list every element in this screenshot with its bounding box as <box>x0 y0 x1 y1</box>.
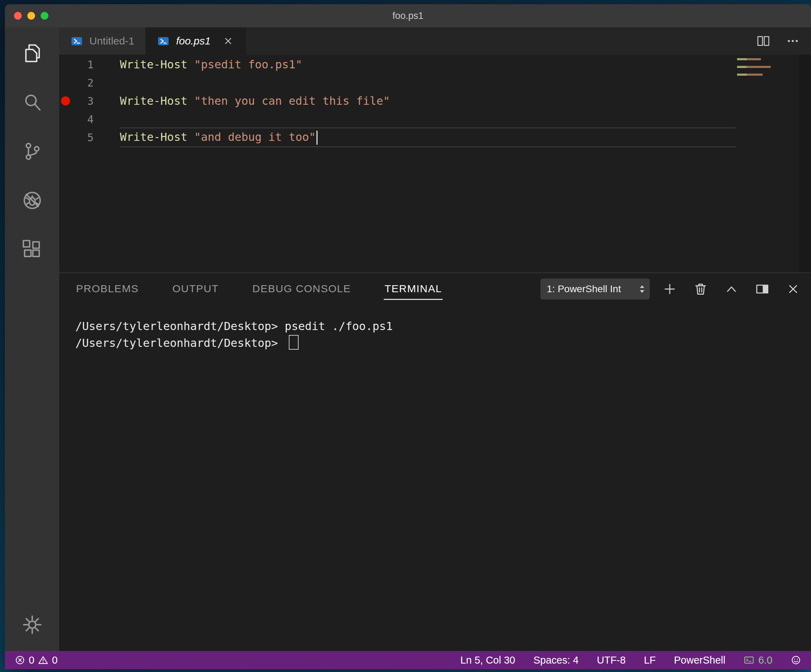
desktop-background: foo.ps1 Untitled-1foo.ps1 1Write-Host "p… <box>0 0 811 672</box>
more-actions-icon[interactable] <box>786 34 800 48</box>
zoom-window-button[interactable] <box>41 12 48 20</box>
warning-count: 0 <box>52 655 58 666</box>
gutter: 4 <box>59 113 120 125</box>
panel-header: PROBLEMSOUTPUTDEBUG CONSOLETERMINAL 1: P… <box>59 273 811 305</box>
activity-explorer[interactable] <box>5 29 59 78</box>
activity-debug[interactable] <box>5 176 59 225</box>
line-number: 5 <box>72 131 93 144</box>
terminal-cursor <box>289 335 299 350</box>
code-line-4: 4 <box>59 110 811 128</box>
split-editor-icon[interactable] <box>756 34 770 48</box>
vscode-window: foo.ps1 Untitled-1foo.ps1 1Write-Host "p… <box>5 4 811 669</box>
terminal-picker-value: 1: PowerShell Int <box>547 283 621 295</box>
code-text: Write-Host "then you can edit this file" <box>120 94 390 108</box>
terminal-prompt: /Users/tylerleonhardt/Desktop> <box>75 320 278 333</box>
activity-bar <box>5 27 59 651</box>
close-window-button[interactable] <box>14 12 22 20</box>
panel-tab-output[interactable]: OUTPUT <box>172 279 219 300</box>
activity-bar-top <box>5 29 59 274</box>
panel: PROBLEMSOUTPUTDEBUG CONSOLETERMINAL 1: P… <box>59 273 811 651</box>
language-mode[interactable]: PowerShell <box>674 655 726 666</box>
line-number: 1 <box>72 59 93 71</box>
kill-terminal-icon[interactable] <box>693 282 708 296</box>
code-text: Write-Host "and debug it too" <box>120 130 317 145</box>
status-bar-right: Ln 5, Col 30Spaces: 4UTF-8LFPowerShell 6… <box>460 655 801 666</box>
warnings-icon <box>38 655 48 665</box>
activity-settings[interactable] <box>5 606 59 644</box>
terminal-command: psedit ./foo.ps1 <box>285 320 392 333</box>
code-line-1: 1Write-Host "psedit foo.ps1" <box>59 55 811 74</box>
tab-bar: Untitled-1foo.ps1 <box>59 27 811 55</box>
tab-label: Untitled-1 <box>89 35 134 47</box>
minimize-window-button[interactable] <box>27 12 35 20</box>
error-count: 0 <box>29 655 34 666</box>
breakpoint-icon[interactable] <box>61 96 70 105</box>
line-number: 3 <box>72 95 93 107</box>
terminal[interactable]: /Users/tylerleonhardt/Desktop> psedit ./… <box>59 305 811 651</box>
new-terminal-icon[interactable] <box>662 282 677 296</box>
tab-label: foo.ps1 <box>176 35 210 47</box>
terminal-line: /Users/tylerleonhardt/Desktop> psedit ./… <box>75 318 811 335</box>
settings-icon <box>22 614 42 635</box>
code-line-5: 5Write-Host "and debug it too" <box>59 128 811 146</box>
panel-tabs: PROBLEMSOUTPUTDEBUG CONSOLETERMINAL <box>75 279 443 300</box>
tab-Untitled-1[interactable]: Untitled-1 <box>59 27 146 55</box>
panel-tab-terminal[interactable]: TERMINAL <box>384 279 443 300</box>
window-title: foo.ps1 <box>392 10 424 21</box>
activity-source-control[interactable] <box>5 127 59 176</box>
errors-icon <box>15 655 25 665</box>
line-number: 4 <box>72 113 93 125</box>
panel-tab-debug-console[interactable]: DEBUG CONSOLE <box>252 279 351 300</box>
powershell-version: 6.0 <box>758 655 772 666</box>
line-number: 2 <box>72 77 93 89</box>
code-line-3: 3Write-Host "then you can edit this file… <box>59 92 811 110</box>
cursor-position[interactable]: Ln 5, Col 30 <box>460 655 515 666</box>
editor-scrollbar[interactable] <box>799 55 811 273</box>
panel-tab-problems[interactable]: PROBLEMS <box>75 279 139 300</box>
editor-cursor <box>316 131 317 145</box>
editor-group: Untitled-1foo.ps1 1Write-Host "psedit fo… <box>59 27 811 651</box>
problems-status[interactable]: 0 0 <box>15 655 58 666</box>
workbench: Untitled-1foo.ps1 1Write-Host "psedit fo… <box>5 27 811 651</box>
powershell-file-icon <box>70 36 83 47</box>
code-text: Write-Host "psedit foo.ps1" <box>120 58 302 71</box>
search-icon <box>22 92 42 112</box>
gutter: 1 <box>59 59 120 71</box>
powershell-session[interactable]: 6.0 <box>744 655 772 666</box>
source-control-icon <box>22 141 42 161</box>
tab-foo.ps1[interactable]: foo.ps1 <box>146 27 246 55</box>
encoding[interactable]: UTF-8 <box>597 655 626 666</box>
editor[interactable]: 1Write-Host "psedit foo.ps1"23Write-Host… <box>59 55 811 273</box>
powershell-session-icon <box>744 655 754 665</box>
maximize-panel-icon[interactable] <box>724 282 739 296</box>
code-line-2: 2 <box>59 74 811 92</box>
debug-icon <box>22 190 42 211</box>
status-bar-left: 0 0 <box>15 655 58 666</box>
extensions-icon <box>22 239 42 260</box>
panel-actions <box>662 282 801 296</box>
terminal-picker[interactable]: 1: PowerShell Int <box>540 279 650 300</box>
gutter: 2 <box>59 77 120 89</box>
close-tab-icon[interactable] <box>222 36 234 47</box>
tab-bar-tabs: Untitled-1foo.ps1 <box>59 27 246 55</box>
terminal-line: /Users/tylerleonhardt/Desktop> <box>75 335 811 351</box>
editor-lines: 1Write-Host "psedit foo.ps1"23Write-Host… <box>59 55 811 146</box>
gutter: 3 <box>59 95 120 107</box>
activity-bar-bottom <box>5 606 59 651</box>
activity-search[interactable] <box>5 78 59 127</box>
terminal-prompt: /Users/tylerleonhardt/Desktop> <box>75 336 278 350</box>
select-arrows-icon <box>639 283 646 295</box>
status-bar: 0 0 Ln 5, Col 30Spaces: 4UTF-8LFPowerShe… <box>5 651 811 669</box>
indentation[interactable]: Spaces: 4 <box>533 655 579 666</box>
eol[interactable]: LF <box>644 655 656 666</box>
explorer-icon <box>22 43 42 63</box>
feedback-smiley-icon[interactable] <box>791 655 801 665</box>
panel-controls: 1: PowerShell Int <box>540 279 801 300</box>
tab-bar-actions <box>756 27 811 55</box>
close-panel-icon[interactable] <box>786 282 801 296</box>
minimap[interactable] <box>737 58 771 78</box>
activity-extensions[interactable] <box>5 225 59 274</box>
split-panel-icon[interactable] <box>755 282 770 296</box>
window-controls <box>14 4 48 27</box>
gutter: 5 <box>59 131 120 144</box>
